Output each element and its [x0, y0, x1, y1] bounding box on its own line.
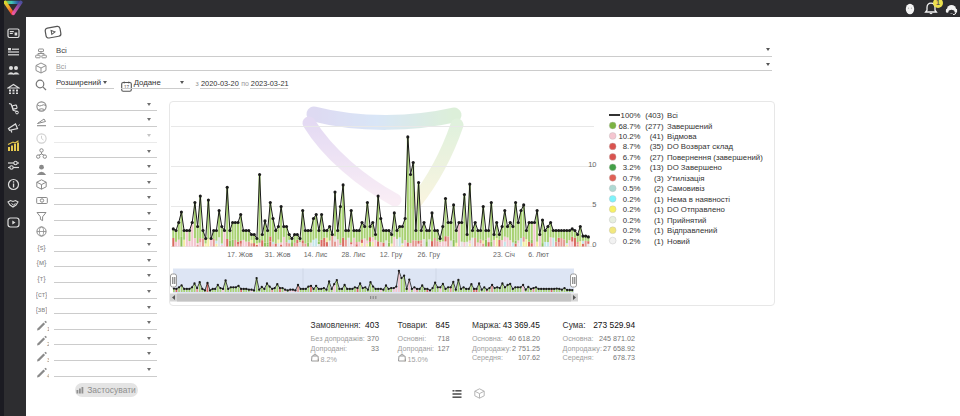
svg-text:(41): (41) [650, 132, 664, 141]
svg-text:%: % [404, 359, 406, 362]
svg-text:%: % [317, 359, 319, 362]
svg-text:8.7%: 8.7% [623, 142, 641, 151]
svg-text:6.7%: 6.7% [623, 153, 641, 162]
svg-text:Повернення (завершений): Повернення (завершений) [667, 153, 763, 162]
svg-text:100%: 100% [621, 111, 641, 120]
svg-text:10: 10 [588, 160, 596, 169]
svg-text:(277): (277) [645, 122, 664, 131]
svg-text:0.2%: 0.2% [623, 195, 641, 204]
svg-text:1: 1 [47, 325, 49, 331]
svg-text:DO Отправлено: DO Отправлено [667, 205, 726, 214]
svg-text:(403): (403) [645, 111, 664, 120]
svg-text:10.2%: 10.2% [618, 132, 640, 141]
svg-text:Відмова: Відмова [667, 132, 697, 141]
svg-text:(1): (1) [654, 216, 664, 225]
svg-text:DO Возврат склад: DO Возврат склад [667, 142, 734, 151]
svg-text:0.2%: 0.2% [623, 216, 641, 225]
svg-text:0.2%: 0.2% [623, 205, 641, 214]
svg-text:(1): (1) [654, 195, 664, 204]
svg-text:{зв}: {зв} [36, 305, 47, 314]
svg-text:(35): (35) [650, 142, 664, 151]
svg-text:17. Жов: 17. Жов [227, 251, 253, 258]
svg-text:6. Лют: 6. Лют [528, 251, 549, 258]
svg-text:(1): (1) [654, 226, 664, 235]
svg-text:0.7%: 0.7% [623, 174, 641, 183]
svg-text:Самовивіз: Самовивіз [667, 184, 705, 193]
svg-text:{м}: {м} [36, 259, 47, 268]
svg-text:0: 0 [592, 240, 596, 249]
svg-text:(2): (2) [654, 184, 664, 193]
svg-text:(1): (1) [654, 237, 664, 246]
svg-text:3: 3 [47, 356, 49, 362]
svg-text:Новий: Новий [667, 237, 690, 246]
svg-text:4: 4 [47, 372, 49, 378]
svg-text:{s}: {s} [37, 243, 46, 252]
svg-text:(27): (27) [650, 153, 664, 162]
svg-text:5: 5 [592, 200, 596, 209]
svg-text:(13): (13) [650, 163, 664, 172]
svg-text:23. Січ: 23. Січ [493, 251, 515, 258]
svg-text:(1): (1) [654, 205, 664, 214]
svg-text:DO Завершено: DO Завершено [667, 163, 723, 172]
svg-text:(3): (3) [654, 174, 664, 183]
svg-text:2: 2 [47, 341, 49, 347]
svg-text:3.2%: 3.2% [623, 163, 641, 172]
svg-text:{ст}: {ст} [36, 290, 47, 299]
svg-text:Утилізація: Утилізація [667, 174, 705, 183]
svg-text:0.2%: 0.2% [623, 237, 641, 246]
svg-text:14. Лис: 14. Лис [304, 251, 328, 258]
svg-text:Завершений: Завершений [667, 122, 712, 131]
svg-text:Нема в наявності: Нема в наявності [667, 195, 730, 204]
svg-text:{т}: {т} [37, 274, 46, 283]
svg-text:0.5%: 0.5% [623, 184, 641, 193]
svg-text:Всі: Всі [667, 111, 678, 120]
svg-text:28. Лис: 28. Лис [341, 251, 365, 258]
svg-text:12. Гру: 12. Гру [380, 251, 403, 259]
svg-text:68.7%: 68.7% [618, 122, 640, 131]
svg-text:31. Жов: 31. Жов [265, 251, 291, 258]
svg-text:26. Гру: 26. Гру [418, 251, 441, 259]
svg-text:Відправлений: Відправлений [667, 226, 717, 235]
svg-text:Прийнятий: Прийнятий [667, 216, 706, 225]
svg-text:0.2%: 0.2% [623, 226, 641, 235]
